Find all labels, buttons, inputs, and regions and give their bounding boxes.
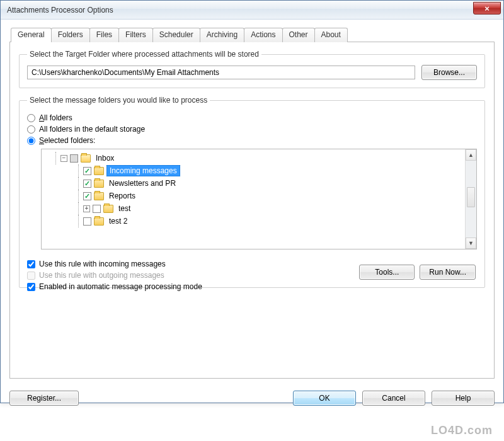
radio-all-folders-input[interactable] xyxy=(27,114,35,122)
target-folder-legend: Select the Target Folder where processed… xyxy=(27,50,261,59)
check-auto-input[interactable] xyxy=(27,283,35,291)
help-button-label: Help xyxy=(455,394,471,403)
check-incoming-input[interactable] xyxy=(27,260,35,268)
checkbox-reports[interactable] xyxy=(83,192,91,200)
expand-icon[interactable]: + xyxy=(83,205,90,212)
folder-icon xyxy=(94,167,104,175)
radio-selected-folders-input[interactable] xyxy=(27,137,35,145)
tree-item-incoming[interactable]: Incoming messages xyxy=(48,164,465,177)
message-folders-legend: Select the message folders you would lik… xyxy=(27,96,210,105)
tab-folders[interactable]: Folders xyxy=(51,28,90,42)
window-title: Attachments Processor Options xyxy=(7,6,113,14)
tree-label-inbox: Inbox xyxy=(93,153,117,163)
tab-files[interactable]: Files xyxy=(89,28,119,42)
browse-button[interactable]: Browse... xyxy=(421,65,477,80)
register-button[interactable]: Register... xyxy=(9,391,79,406)
browse-button-label: Browse... xyxy=(433,68,465,77)
scroll-down-icon[interactable]: ▼ xyxy=(466,238,476,249)
folder-icon xyxy=(94,217,104,226)
run-now-button-label: Run Now... xyxy=(429,268,466,277)
tab-panel-general: Select the Target Folder where processed… xyxy=(9,42,495,379)
tab-filters[interactable]: Filters xyxy=(118,28,153,42)
run-now-button[interactable]: Run Now... xyxy=(420,265,476,280)
check-auto-mode[interactable]: Enabled in automatic message processing … xyxy=(27,282,477,291)
checkbox-test2[interactable] xyxy=(83,217,91,226)
folder-icon xyxy=(94,192,104,200)
ok-button-label: OK xyxy=(319,394,329,403)
checkbox-test[interactable] xyxy=(93,205,101,213)
tree-item-test[interactable]: + test xyxy=(48,202,465,215)
tab-general[interactable]: General xyxy=(11,28,52,42)
radio-default-storage-label: All folders in the default storage xyxy=(39,125,145,134)
dialog-window: Attachments Processor Options × General … xyxy=(0,0,504,403)
check-auto-label: Enabled in automatic message processing … xyxy=(39,282,202,291)
checkbox-newsletters[interactable] xyxy=(83,180,91,188)
register-button-label: Register... xyxy=(27,394,61,403)
tree-item-inbox[interactable]: − Inbox xyxy=(48,152,465,164)
tools-button[interactable]: Tools... xyxy=(359,265,415,280)
collapse-icon[interactable]: − xyxy=(60,155,67,162)
help-button[interactable]: Help xyxy=(432,391,495,406)
folder-icon xyxy=(81,154,91,163)
client-area: General Folders Files Filters Scheduler … xyxy=(1,20,503,385)
tree-scrollbar[interactable]: ▲ ▼ xyxy=(465,149,476,249)
ok-button[interactable]: OK xyxy=(293,391,356,406)
tree-item-newsletters[interactable]: Newsletters and PR xyxy=(48,177,465,190)
tab-strip: General Folders Files Filters Scheduler … xyxy=(9,28,495,42)
tab-archiving[interactable]: Archiving xyxy=(200,28,244,42)
radio-all-label: All folders xyxy=(39,113,72,122)
tree-item-test2[interactable]: test 2 xyxy=(48,215,465,227)
tab-about[interactable]: About xyxy=(314,28,348,42)
tree-label-test2: test 2 xyxy=(106,216,130,226)
folder-icon xyxy=(94,180,104,188)
radio-default-storage-input[interactable] xyxy=(27,125,35,134)
tab-actions[interactable]: Actions xyxy=(244,28,282,42)
tree-label-test: test xyxy=(116,203,133,214)
tab-scheduler[interactable]: Scheduler xyxy=(152,28,200,42)
tools-button-label: Tools... xyxy=(375,268,399,277)
radio-all-under: A xyxy=(39,113,44,122)
cancel-button[interactable]: Cancel xyxy=(362,391,425,406)
radio-all-default-storage[interactable]: All folders in the default storage xyxy=(27,125,477,134)
checkbox-incoming[interactable] xyxy=(83,167,91,175)
radio-selected-label: Selected folders: xyxy=(39,136,95,145)
dialog-button-bar: Register... OK Cancel Help xyxy=(1,385,503,411)
radio-selected-folders[interactable]: Selected folders: xyxy=(27,136,477,145)
check-outgoing-label: Use this rule with outgoing messages xyxy=(39,271,164,280)
scroll-thumb[interactable] xyxy=(467,187,475,207)
scroll-up-icon[interactable]: ▲ xyxy=(466,149,476,161)
target-path-input[interactable] xyxy=(27,66,415,79)
cancel-button-label: Cancel xyxy=(382,394,405,403)
tab-other[interactable]: Other xyxy=(282,28,315,42)
tree-label-newsletters: Newsletters and PR xyxy=(106,178,178,188)
radio-all-folders[interactable]: All folders xyxy=(27,113,477,122)
watermark: LO4D.com xyxy=(431,424,493,437)
radio-selected-under: S xyxy=(39,136,44,145)
target-folder-group: Select the Target Folder where processed… xyxy=(19,50,485,88)
folder-icon xyxy=(103,205,113,213)
close-icon: × xyxy=(484,4,490,13)
close-button[interactable]: × xyxy=(473,2,501,14)
folder-tree[interactable]: − Inbox Incoming messages xyxy=(41,149,477,249)
checkbox-inbox[interactable] xyxy=(70,154,78,163)
check-incoming-label: Use this rule with incoming messages xyxy=(39,260,166,268)
title-bar: Attachments Processor Options × xyxy=(1,1,503,20)
message-folders-group: Select the message folders you would lik… xyxy=(19,96,485,288)
tree-label-incoming: Incoming messages xyxy=(106,165,180,176)
tree-label-reports: Reports xyxy=(106,191,138,201)
check-outgoing-input xyxy=(27,272,35,280)
tree-item-reports[interactable]: Reports xyxy=(48,190,465,202)
